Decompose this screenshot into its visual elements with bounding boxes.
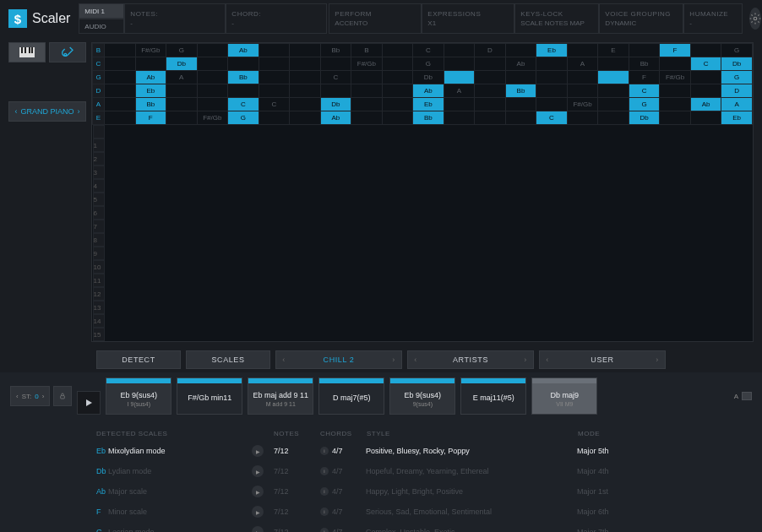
fret-cell[interactable]: E bbox=[93, 111, 105, 125]
perform-panel[interactable]: PERFORM ACCENTO bbox=[329, 3, 422, 34]
fret-cell[interactable] bbox=[290, 44, 321, 57]
scale-row[interactable]: GLocrian mode ▶ 7/12 i 4/7 Complex, Unst… bbox=[96, 522, 666, 532]
tab-detect[interactable]: DETECT bbox=[96, 350, 181, 369]
play-icon[interactable]: ▶ bbox=[252, 526, 264, 532]
fret-cell[interactable]: Eb bbox=[413, 98, 444, 111]
fret-cell[interactable] bbox=[505, 111, 536, 125]
fret-cell[interactable] bbox=[290, 71, 321, 84]
fret-cell[interactable]: G bbox=[413, 57, 444, 71]
guitar-view-button[interactable] bbox=[49, 42, 86, 62]
fret-cell[interactable] bbox=[197, 44, 228, 57]
fret-cell[interactable] bbox=[382, 44, 413, 57]
fret-cell[interactable] bbox=[259, 84, 290, 98]
fret-cell[interactable]: C bbox=[413, 44, 444, 57]
fret-cell[interactable]: C bbox=[629, 84, 660, 98]
fret-cell[interactable]: F#/Gb bbox=[135, 44, 166, 57]
fret-cell[interactable] bbox=[444, 98, 475, 111]
fret-cell[interactable] bbox=[567, 84, 598, 98]
fret-cell[interactable] bbox=[444, 71, 475, 84]
fret-cell[interactable]: F bbox=[660, 44, 691, 57]
chord-pad[interactable]: Eb maj add 9 11M add 9 11 bbox=[248, 377, 313, 415]
fret-cell[interactable] bbox=[382, 98, 413, 111]
fret-cell[interactable]: C bbox=[93, 57, 105, 71]
voice-grouping-panel[interactable]: VOICE GROUPING DYNAMIC bbox=[599, 3, 683, 34]
fret-cell[interactable]: G bbox=[93, 71, 105, 84]
chord-pad[interactable]: F#/Gb min11 bbox=[177, 377, 242, 415]
fret-cell[interactable] bbox=[197, 98, 228, 111]
section-a-toggle[interactable] bbox=[742, 392, 752, 400]
fret-cell[interactable]: Bb bbox=[228, 71, 259, 84]
fret-cell[interactable] bbox=[290, 98, 321, 111]
fret-cell[interactable]: Ab bbox=[413, 84, 444, 98]
chord-pad[interactable]: Eb 9(sus4)I 9(sus4) bbox=[106, 377, 171, 415]
fret-cell[interactable] bbox=[259, 111, 290, 125]
play-icon[interactable]: ▶ bbox=[252, 486, 264, 497]
fret-cell[interactable]: Bb bbox=[320, 44, 351, 57]
fret-cell[interactable]: Db bbox=[721, 57, 753, 71]
fret-cell[interactable] bbox=[660, 84, 691, 98]
fret-cell[interactable]: Db bbox=[413, 71, 444, 84]
fret-cell[interactable]: Bb bbox=[413, 111, 444, 125]
fret-cell[interactable]: Ab bbox=[320, 111, 351, 125]
play-icon[interactable]: ▶ bbox=[252, 506, 264, 518]
humanize-panel[interactable]: HUMANIZE - bbox=[683, 3, 743, 34]
fret-cell[interactable]: F#/Gb bbox=[351, 57, 383, 71]
fret-cell[interactable] bbox=[690, 71, 721, 84]
fret-cell[interactable] bbox=[259, 44, 290, 57]
fret-cell[interactable]: Eb bbox=[536, 44, 568, 57]
gear-icon[interactable] bbox=[749, 8, 761, 30]
instrument-selector[interactable]: ‹ GRAND PIANO › bbox=[8, 101, 86, 122]
scale-row[interactable]: AbMajor scale ▶ 7/12 i 4/7 Happy, Light,… bbox=[96, 481, 666, 502]
fret-cell[interactable]: Ab bbox=[135, 71, 166, 84]
fret-cell[interactable] bbox=[505, 44, 536, 57]
chord-pad[interactable]: Db maj9VII M9 bbox=[531, 377, 597, 415]
fret-cell[interactable]: Bb bbox=[135, 98, 166, 111]
fret-cell[interactable] bbox=[259, 57, 290, 71]
fret-cell[interactable] bbox=[166, 111, 198, 125]
fret-cell[interactable] bbox=[382, 84, 413, 98]
expressions-panel[interactable]: EXPRESSIONS X1 bbox=[422, 3, 514, 34]
fret-cell[interactable] bbox=[505, 98, 536, 111]
fret-cell[interactable] bbox=[660, 111, 691, 125]
fret-cell[interactable]: Eb bbox=[135, 84, 166, 98]
fret-cell[interactable] bbox=[567, 111, 598, 125]
fret-cell[interactable]: B bbox=[351, 44, 383, 57]
fret-cell[interactable] bbox=[105, 57, 136, 71]
fret-cell[interactable]: D bbox=[721, 84, 753, 98]
tab-artists[interactable]: ‹ ARTISTS › bbox=[407, 350, 534, 369]
fret-cell[interactable] bbox=[660, 57, 691, 71]
fretboard-grid[interactable]: BF#/GbGAbBbBCDEbEFGCDbF#/GbGAbABbCDbGAbA… bbox=[91, 42, 754, 342]
fret-cell[interactable]: G bbox=[721, 71, 753, 84]
fret-cell[interactable] bbox=[475, 111, 506, 125]
fret-cell[interactable]: G bbox=[166, 44, 198, 57]
fret-cell[interactable] bbox=[166, 98, 198, 111]
keyslock-panel[interactable]: KEYS-LOCK SCALE NOTES MAP bbox=[514, 3, 599, 34]
fret-cell[interactable]: F bbox=[629, 71, 660, 84]
st-selector[interactable]: ‹ST:0› bbox=[10, 386, 50, 406]
fret-cell[interactable]: Db bbox=[166, 57, 198, 71]
fret-cell[interactable]: B bbox=[93, 44, 105, 57]
fret-cell[interactable]: F#/Gb bbox=[660, 71, 691, 84]
fret-cell[interactable] bbox=[444, 44, 475, 57]
fret-cell[interactable] bbox=[690, 84, 721, 98]
fret-cell[interactable] bbox=[629, 44, 660, 57]
chevron-right-icon[interactable]: › bbox=[518, 356, 533, 364]
fret-cell[interactable] bbox=[382, 71, 413, 84]
fret-cell[interactable] bbox=[320, 84, 351, 98]
fret-cell[interactable] bbox=[382, 111, 413, 125]
fret-cell[interactable] bbox=[690, 111, 721, 125]
chord-pad[interactable]: Eb 9(sus4)9(sus4) bbox=[389, 377, 455, 415]
scale-row[interactable]: FMinor scale ▶ 7/12 i 4/7 Serious, Sad, … bbox=[96, 502, 666, 522]
fret-cell[interactable] bbox=[135, 57, 166, 71]
fret-cell[interactable] bbox=[197, 84, 228, 98]
play-button[interactable] bbox=[77, 391, 101, 415]
fret-cell[interactable] bbox=[475, 98, 506, 111]
fret-cell[interactable]: Ab bbox=[505, 57, 536, 71]
fret-cell[interactable] bbox=[351, 71, 383, 84]
fret-cell[interactable]: Ab bbox=[690, 98, 721, 111]
fret-cell[interactable] bbox=[197, 57, 228, 71]
fret-cell[interactable] bbox=[567, 44, 598, 57]
play-icon[interactable]: ▶ bbox=[252, 445, 264, 457]
chevron-right-icon[interactable]: › bbox=[386, 356, 401, 364]
fret-cell[interactable]: C bbox=[228, 98, 259, 111]
